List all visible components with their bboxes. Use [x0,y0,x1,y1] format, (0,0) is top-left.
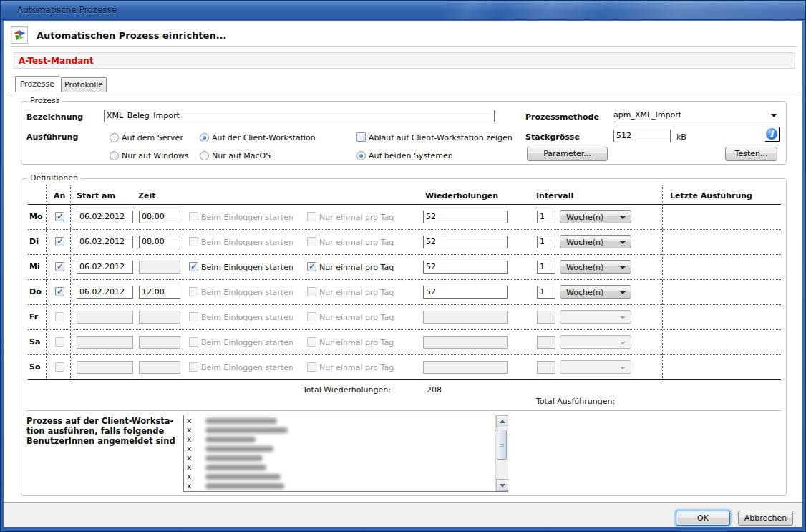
an-checkbox[interactable] [55,337,64,347]
benutzer-list-item[interactable]: x [187,472,495,481]
benutzer-list-item[interactable]: x [187,435,495,444]
start-date-input[interactable]: 06.02.2012 [77,261,133,274]
ablauf-zeigen-checkbox[interactable] [356,132,366,142]
radio-client-workstation[interactable] [200,133,209,142]
nur-einmal-checkbox[interactable] [307,212,316,221]
radio-nur-windows[interactable] [110,151,119,160]
benutzer-list-item[interactable]: x [187,463,495,472]
tab-prozesse[interactable]: Prozesse [15,76,59,92]
wiederholungen-input[interactable]: 52 [423,286,508,299]
intervall-input[interactable] [537,361,555,374]
nur-einmal-checkbox[interactable] [307,337,316,347]
benutzer-list-item[interactable]: x [187,416,495,425]
parameter-button[interactable]: Parameter... [527,147,608,161]
day-label: Mi [29,262,40,271]
an-checkbox[interactable] [55,362,64,372]
redacted-name [205,437,256,442]
beim-einloggen-checkbox[interactable] [189,362,198,372]
intervall-einheit-select[interactable]: Woche(n) [560,235,631,248]
an-checkbox[interactable] [55,287,64,296]
intervall-input[interactable]: 1 [537,261,555,274]
zeit-input[interactable]: 08:00 [139,236,180,248]
intervall-einheit-select[interactable]: Woche(n) [560,285,631,299]
vertical-scrollbar[interactable] [495,415,508,491]
nur-einmal-checkbox[interactable] [307,362,316,372]
beim-einloggen-checkbox[interactable] [189,312,198,321]
radio-beide-systeme[interactable] [356,151,366,160]
definitionen-group-label: Definitionen [27,173,81,183]
intervall-einheit-select[interactable]: Woche(n) [560,210,631,223]
benutzer-list-item[interactable]: x [187,453,495,463]
benutzer-list-item[interactable]: x [187,444,495,453]
an-checkbox[interactable] [55,312,64,321]
scroll-up-icon[interactable] [496,415,508,427]
stackgroesse-input[interactable]: 512 [613,130,671,142]
app-logo-icon [11,26,28,44]
zeit-input[interactable] [139,361,180,374]
prozess-group-label: Prozess [27,96,62,105]
an-checkbox[interactable] [55,262,64,271]
start-date-input[interactable] [77,361,133,374]
wiederholungen-input[interactable]: 52 [423,211,508,223]
definition-row: Do 06.02.2012 12:00 Beim Einloggen start… [1,280,806,305]
header-separator [11,46,797,47]
intervall-input[interactable]: 1 [537,211,555,223]
info-icon[interactable]: i [765,127,780,142]
beim-einloggen-label: Beim Einloggen starten [201,263,293,272]
zeit-input[interactable] [139,336,180,349]
wiederholungen-input[interactable] [423,361,508,374]
wiederholungen-input[interactable]: 52 [423,236,508,248]
nur-einmal-checkbox[interactable] [307,237,316,246]
benutzer-list-item[interactable]: x [187,425,495,435]
wiederholungen-input[interactable]: 52 [423,261,508,274]
nur-einmal-checkbox[interactable] [307,312,316,321]
radio-beide-systeme-label: Auf beiden Systemen [369,151,453,160]
zeit-input[interactable] [139,311,180,324]
intervall-einheit-select[interactable] [560,360,631,374]
start-date-input[interactable] [77,336,133,349]
an-checkbox[interactable] [55,212,64,221]
beim-einloggen-checkbox[interactable] [189,337,198,347]
an-checkbox[interactable] [55,237,64,246]
nur-einmal-label: Nur einmal pro Tag [319,288,394,297]
beim-einloggen-checkbox[interactable] [189,262,198,271]
cancel-button[interactable]: Abbrechen [738,511,793,526]
definition-row: So Beim Einloggen starten Nur einmal pro… [1,355,806,380]
scrollbar-thumb[interactable] [497,430,507,460]
start-date-input[interactable]: 06.02.2012 [77,286,133,299]
wiederholungen-input[interactable] [423,311,508,324]
chevron-down-icon [620,241,626,244]
benutzer-listbox[interactable]: x x x x x x x x [183,415,508,492]
intervall-einheit-select[interactable]: Woche(n) [560,260,631,274]
start-date-input[interactable] [77,311,133,324]
beim-einloggen-checkbox[interactable] [189,212,198,221]
radio-auf-dem-server[interactable] [110,133,119,142]
zeit-input[interactable] [139,261,180,274]
start-date-input[interactable]: 06.02.2012 [77,211,133,223]
table-bottom-line [28,379,781,380]
tab-protokolle[interactable]: Protokolle [61,77,107,92]
testen-button[interactable]: Testen... [725,147,777,161]
intervall-input[interactable]: 1 [537,236,555,248]
nur-einmal-checkbox[interactable] [307,287,316,296]
start-date-input[interactable]: 06.02.2012 [77,236,133,248]
scroll-down-icon[interactable] [496,479,508,491]
zeit-input[interactable]: 08:00 [139,211,180,223]
intervall-input[interactable]: 1 [537,286,555,299]
bezeichnung-input[interactable]: XML_Beleg_Import [104,110,495,122]
nur-einmal-checkbox[interactable] [307,262,316,271]
beim-einloggen-checkbox[interactable] [189,287,198,296]
intervall-input[interactable] [537,311,555,324]
intervall-einheit-select[interactable] [560,335,631,349]
ok-button[interactable]: OK [676,511,730,526]
benutzer-list-item[interactable]: x [187,481,495,490]
radio-nur-macos[interactable] [200,151,209,160]
intervall-input[interactable] [537,336,555,349]
wiederholungen-input[interactable] [423,336,508,349]
zeit-input[interactable]: 12:00 [139,286,180,299]
window-title: Automatische Prozesse [17,5,117,15]
prozessmethode-dropdown[interactable]: apm_XML_Import [613,109,779,122]
window-titlebar[interactable]: Automatische Prozesse [1,1,805,20]
intervall-einheit-select[interactable] [560,310,631,324]
beim-einloggen-checkbox[interactable] [189,237,198,246]
